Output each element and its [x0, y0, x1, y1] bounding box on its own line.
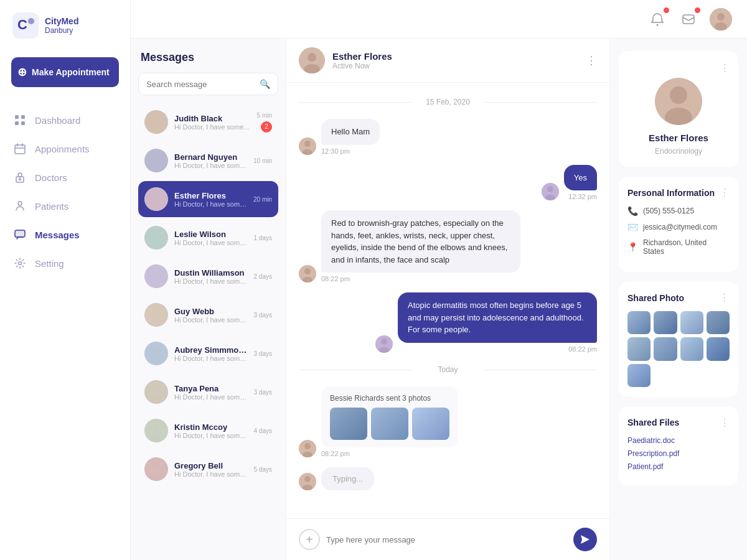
shared-files-menu[interactable]: ⋮ — [720, 417, 730, 429]
conversation-avatar-10 — [144, 457, 168, 481]
typing-bubble: Typing... — [321, 467, 374, 490]
logo-area: C CityMed Danbury — [0, 12, 130, 57]
shared-file-2[interactable]: Prescription.pdf — [627, 449, 730, 458]
personal-info-menu[interactable]: ⋮ — [720, 187, 730, 198]
email-value: jessica@citymedi.com — [643, 223, 717, 231]
conversation-item-8[interactable]: Tanya Pena Hi Doctor, I have some... 3 d… — [138, 374, 278, 410]
photo-thumb-3 — [412, 408, 449, 440]
shared-photo-3[interactable] — [680, 311, 703, 334]
conversation-preview-3: Hi Doctor, I have some... — [174, 200, 247, 208]
content-area: Messages 🔍 Judith Black Hi Doctor, I hav… — [131, 39, 747, 560]
shared-file-3[interactable]: Patient.pdf — [627, 462, 730, 471]
location-icon: 📍 — [627, 242, 638, 252]
shared-photos-card: Shared Photo ⋮ — [619, 282, 738, 397]
plus-icon: ⊕ — [17, 65, 27, 79]
make-appointment-button[interactable]: ⊕ Make Appointment — [11, 57, 119, 87]
shared-photo-9[interactable] — [627, 364, 651, 387]
svg-point-61 — [547, 186, 553, 192]
sidebar-item-patients[interactable]: Patients — [0, 192, 130, 220]
svg-rect-20 — [683, 15, 694, 24]
user-avatar[interactable] — [710, 8, 732, 30]
conversation-name-10: Gregory Bell — [174, 461, 248, 470]
shared-photo-4[interactable] — [707, 311, 730, 334]
shared-photo-7[interactable] — [680, 337, 703, 360]
message-row-1: Hello Mam 12:30 pm — [299, 119, 597, 155]
conversation-meta-10: 5 days — [254, 466, 272, 473]
conversation-avatar-5 — [144, 264, 168, 288]
top-bar — [131, 0, 747, 39]
profile-panel: ⋮ Esther Flores Endocrinology Personal I… — [610, 39, 747, 560]
message-input[interactable] — [326, 535, 567, 544]
conversation-item-5[interactable]: Dustin Williamson Hi Doctor, I have some… — [138, 258, 278, 294]
shared-photo-2[interactable] — [654, 311, 677, 334]
sidebar-item-messages-label: Messages — [35, 230, 80, 240]
sidebar-item-messages[interactable]: Messages — [0, 220, 130, 249]
phone-value: (505) 555-0125 — [643, 207, 694, 215]
photo-message-col: Bessie Richards sent 3 photos 08:22 pm — [321, 386, 458, 457]
conversation-item-9[interactable]: Kristin Mccoy Hi Doctor, I have some... … — [138, 413, 278, 449]
conversation-time-4: 1 days — [254, 235, 272, 241]
conversation-item-7[interactable]: Aubrey Simmmons Hi Doctor, I have some..… — [138, 335, 278, 371]
sidebar-item-setting-label: Setting — [35, 258, 64, 269]
sidebar-item-dashboard-label: Dashboard — [35, 115, 80, 126]
notifications-button[interactable] — [647, 9, 667, 29]
sidebar-item-doctors[interactable]: Doctors — [0, 163, 130, 192]
conversation-info-2: Bernard Nguyen Hi Doctor, I have some... — [174, 152, 247, 169]
conversation-item-1[interactable]: Judith Black Hi Doctor, I have some... 5… — [138, 104, 278, 140]
svg-point-43 — [153, 347, 160, 354]
shared-photo-1[interactable] — [627, 311, 651, 334]
shared-photo-8[interactable] — [707, 337, 730, 360]
profile-specialty: Endocrinology — [655, 147, 702, 156]
profile-menu-button[interactable]: ⋮ — [720, 62, 730, 74]
svg-rect-4 — [21, 115, 25, 119]
typing-row: Typing... — [299, 467, 597, 490]
photo-thumb-2 — [371, 408, 408, 440]
sidebar-nav: Dashboard Appoinments Doctors Patients — [0, 106, 130, 278]
shared-file-1[interactable]: Paediatric.doc — [627, 436, 730, 445]
shared-photos-menu[interactable]: ⋮ — [720, 292, 730, 304]
svg-rect-16 — [15, 230, 25, 237]
location-value: Richardson, United States — [643, 238, 730, 256]
conversation-name-3: Esther Flores — [174, 191, 247, 200]
search-box[interactable]: 🔍 — [138, 73, 278, 95]
conversation-preview-8: Hi Doctor, I have some... — [174, 393, 248, 401]
messages-panel: Messages 🔍 Judith Black Hi Doctor, I hav… — [131, 39, 286, 560]
conversation-item-2[interactable]: Bernard Nguyen Hi Doctor, I have some...… — [138, 142, 278, 179]
conversation-item-6[interactable]: Guy Webb Hi Doctor, I have some... 3 day… — [138, 297, 278, 333]
messages-button[interactable] — [679, 9, 698, 29]
attach-button[interactable]: + — [299, 529, 320, 550]
conversation-name-1: Judith Black — [174, 114, 251, 123]
conversation-name-9: Kristin Mccoy — [174, 422, 248, 432]
sidebar-item-appointments[interactable]: Appoinments — [0, 134, 130, 163]
message-bubble-4: Atopic dermatitis most often begins befo… — [398, 292, 597, 343]
profile-card: ⋮ Esther Flores Endocrinology — [619, 51, 738, 167]
photo-message-row: Bessie Richards sent 3 photos 08:22 pm — [299, 386, 597, 457]
search-input[interactable] — [146, 80, 255, 89]
conversation-info-5: Dustin Williamson Hi Doctor, I have some… — [174, 268, 248, 285]
shared-files-title: Shared Files — [627, 418, 679, 427]
svg-point-46 — [153, 385, 160, 393]
conversation-meta-3: 20 min — [253, 196, 272, 203]
conversation-time-8: 3 days — [254, 389, 272, 396]
chat-menu-button[interactable]: ⋮ — [586, 54, 597, 67]
email-row: ✉️ jessica@citymedi.com — [627, 222, 730, 232]
conversation-avatar-2 — [144, 149, 168, 172]
chat-contact-name: Esther Flores — [332, 51, 578, 62]
conversation-item-4[interactable]: Leslie Wilson Hi Doctor, I have some... … — [138, 220, 278, 256]
conversation-item-3[interactable]: Esther Flores Hi Doctor, I have some... … — [138, 181, 278, 217]
profile-avatar — [655, 78, 702, 125]
send-button[interactable] — [573, 528, 597, 551]
shared-photo-6[interactable] — [654, 337, 677, 360]
conversation-avatar-3 — [144, 187, 168, 211]
photo-thumb-1 — [330, 408, 367, 440]
svg-point-73 — [304, 476, 311, 482]
sidebar-item-dashboard[interactable]: Dashboard — [0, 106, 130, 134]
conversation-time-9: 4 days — [254, 427, 272, 434]
svg-point-15 — [18, 202, 22, 205]
svg-rect-3 — [15, 115, 19, 119]
conversation-item-10[interactable]: Gregory Bell Hi Doctor, I have some... 5… — [138, 451, 278, 487]
sidebar: C CityMed Danbury ⊕ Make Appointment Das… — [0, 0, 131, 560]
sidebar-item-setting[interactable]: Setting — [0, 249, 130, 278]
conversation-meta-8: 3 days — [254, 389, 272, 396]
shared-photo-5[interactable] — [627, 337, 651, 360]
